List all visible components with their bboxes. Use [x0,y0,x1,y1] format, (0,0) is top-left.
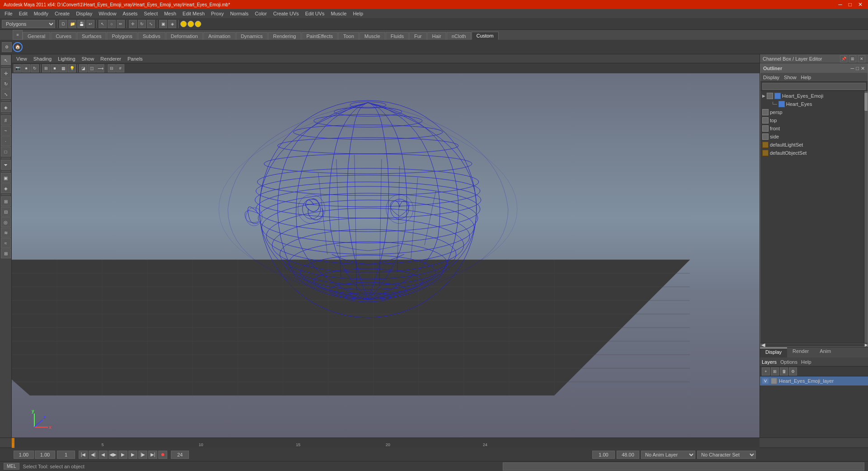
menu-window[interactable]: Window [96,10,119,17]
status-input[interactable] [503,462,864,471]
outliner-item-persp[interactable]: persp [760,108,864,116]
layer-visibility-btn[interactable]: V [762,378,769,384]
outliner-menu-show[interactable]: Show [784,75,797,80]
menu-normals[interactable]: Normals [227,10,251,17]
cloth-lt[interactable]: ≋ [1,228,11,238]
outliner-menu-display[interactable]: Display [763,75,779,80]
select-tool-icon[interactable]: ↖ [99,20,107,28]
tab-surfaces[interactable]: Surfaces [77,32,106,40]
history-lt[interactable]: ⏷ [1,160,11,170]
undo-icon[interactable]: ↩ [86,20,94,28]
new-scene-icon[interactable]: 🗋 [59,20,67,28]
delete-empty-layer-icon[interactable]: 🗑 [780,367,788,376]
layer-subtab-options[interactable]: Options [780,359,797,365]
outliner-search-input[interactable] [762,83,866,90]
new-layer-from-sel-icon[interactable]: ⊞ [771,367,779,376]
paint-select-icon[interactable]: ✏ [117,20,125,28]
menu-select[interactable]: Select [141,10,160,17]
shelf-home-icon[interactable]: 🏠 [13,42,23,52]
show-manip-lt[interactable]: ⊞ [1,196,11,206]
minimize-button[interactable]: ─ [836,1,844,8]
snap-grid-lt[interactable]: # [1,115,11,125]
layer-tab-display[interactable]: Display [760,347,787,357]
tab-subdivs[interactable]: Subdivs [138,32,165,40]
vp-light-icon[interactable]: 💡 [68,64,76,72]
layer-options-icon[interactable]: ⚙ [789,367,797,376]
cb-pin-icon[interactable]: 📌 [840,55,847,62]
prev-key-btn[interactable]: ◀| [89,451,98,459]
prev-frame-btn[interactable]: ◀ [99,451,108,459]
vp-menu-show[interactable]: Show [79,56,97,62]
outliner-restore-icon[interactable]: □ [856,66,859,71]
vp-hud-icon[interactable]: ⊟ [108,64,116,72]
outliner-minimize-icon[interactable]: ─ [851,66,854,71]
next-frame-btn[interactable]: ▶ [128,451,137,459]
outliner-item-front[interactable]: front [760,124,864,133]
outliner-close-icon[interactable]: ✕ [861,66,865,71]
layer-subtab-help[interactable]: Help [801,359,811,365]
rotate-tool-lt[interactable]: ↻ [1,79,11,89]
menu-assets[interactable]: Assets [120,10,140,17]
vp-grid-icon[interactable]: # [116,64,124,72]
last-tool-lt[interactable]: ◈ [1,102,11,112]
vp-menu-view[interactable]: View [14,56,30,62]
render-lt[interactable]: ▣ [1,173,11,183]
light-icon-1[interactable] [180,21,187,27]
menu-muscle[interactable]: Muscle [328,10,349,17]
char-set-select[interactable]: No Character Set [697,451,756,459]
tab-toon[interactable]: Toon [338,32,359,40]
vp-solid-icon[interactable]: ■ [51,64,59,72]
open-scene-icon[interactable]: 📁 [68,20,76,28]
layer-row-heart-eyes-emoji-layer[interactable]: V Heart_Eyes_Emoji_layer [760,376,868,385]
go-to-start-btn[interactable]: |◀ [79,451,88,459]
outliner-item-defaultlightset[interactable]: defaultLightSet [760,141,864,149]
menu-mesh[interactable]: Mesh [161,10,179,17]
tab-painteffects[interactable]: PaintEffects [302,32,338,40]
next-key-btn[interactable]: |▶ [138,451,147,459]
current-time-input[interactable] [35,451,55,459]
rotate-icon[interactable]: ↻ [138,20,146,28]
vp-menu-renderer[interactable]: Renderer [98,56,124,62]
save-scene-icon[interactable]: 💾 [77,20,85,28]
menu-edit-uvs[interactable]: Edit UVs [302,10,327,17]
outliner-item-top[interactable]: top [760,116,864,124]
outliner-vscroll[interactable] [864,91,868,343]
tab-polygons[interactable]: Polygons [107,32,137,40]
flow-lt[interactable]: ≈ [1,238,11,248]
play-back-btn[interactable]: ◀▶ [108,451,118,459]
cb-close-icon[interactable]: ✕ [858,55,865,62]
layer-reference-btn[interactable] [771,378,777,384]
layer-tab-anim[interactable]: Anim [814,347,836,357]
scale-icon[interactable]: ⤡ [147,20,155,28]
snap-point-lt[interactable]: · [1,136,11,146]
snap-view-lt[interactable]: □ [1,147,11,157]
play-fwd-btn[interactable]: ▶ [118,451,127,459]
layer-subtab-layers[interactable]: Layers [762,359,777,365]
tab-hair[interactable]: Hair [427,32,446,40]
time-slider-end[interactable] [617,451,639,459]
cb-float-icon[interactable]: ⊞ [849,55,856,62]
lasso-icon[interactable]: ○ [108,20,116,28]
vp-texture-icon[interactable]: ▦ [59,64,67,72]
vp-ao-icon[interactable]: ◫ [88,64,96,72]
menu-create[interactable]: Create [52,10,72,17]
menu-edit[interactable]: Edit [16,10,30,17]
close-button[interactable]: ✕ [856,1,864,8]
new-layer-icon[interactable]: + [762,367,770,376]
menu-proxy[interactable]: Proxy [208,10,226,17]
tab-general[interactable]: General [23,32,50,40]
tab-deformation[interactable]: Deformation [166,32,203,40]
menu-file[interactable]: File [2,10,15,17]
menu-display[interactable]: Display [73,10,95,17]
menu-create-uvs[interactable]: Create UVs [270,10,302,17]
vscroll-thumb[interactable] [864,93,868,111]
tab-ncloth[interactable]: nCloth [447,32,471,40]
anim-layer-select[interactable]: No Anim Layer [641,451,695,459]
lattice-lt[interactable]: ⊞ [1,248,11,258]
menu-help[interactable]: Help [350,10,366,17]
select-tool-lt[interactable]: ↖ [1,55,11,65]
render-icon[interactable]: ▣ [159,20,167,28]
tab-fluids[interactable]: Fluids [386,32,409,40]
ipr-icon[interactable]: ◈ [168,20,176,28]
mel-indicator[interactable]: MEL [4,463,19,470]
